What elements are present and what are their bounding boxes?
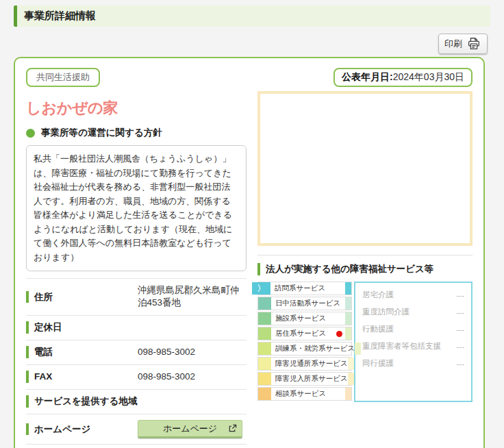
category-color-block (258, 358, 271, 370)
separator (257, 255, 473, 256)
publish-date-box: 公表年月日:2024年03月30日 (333, 68, 473, 87)
service-category-list: 〉訪問系サービス日中活動系サービス施設系サービス居住系サービス訓練系・就労系サー… (257, 282, 352, 402)
info-row-0: 住所沖縄県島尻郡久米島町仲泊453番地 (26, 278, 247, 314)
service-detail-name: 重度障害者等包括支援 (362, 341, 441, 351)
category-right-strip (345, 312, 351, 325)
service-category-tab-1[interactable]: 日中活動系サービス (257, 297, 352, 310)
service-detail-row-0: 居宅介護--- (362, 286, 464, 303)
category-color-block (258, 343, 271, 355)
service-type-badge: 共同生活援助 (26, 68, 100, 87)
homepage-link-button[interactable]: ホームページ (138, 420, 242, 439)
facility-name: しおかぜの家 (26, 98, 247, 119)
category-label: 訓練系・就労系サービス (271, 343, 355, 355)
service-detail-row-2: 行動援護--- (362, 321, 464, 338)
service-category-tab-3[interactable]: 居住系サービス (257, 327, 352, 340)
info-row-value: 沖縄県島尻郡久米島町仲泊453番地 (138, 284, 247, 309)
category-right-strip (345, 327, 351, 340)
other-services-area: 〉訪問系サービス日中活動系サービス施設系サービス居住系サービス訓練系・就労系サー… (257, 282, 473, 402)
service-category-tab-7[interactable]: 相談系サービス (257, 387, 352, 401)
policy-heading: 事業所等の運営に関する方針 (26, 127, 247, 139)
bullet-dot-icon (26, 129, 35, 138)
service-detail-value: --- (457, 291, 465, 299)
policy-text: 私共「一般社団法人潮風舎（ちょうふうしゃ）」は、障害医療・福祉の現場にて勤務を行… (26, 145, 247, 271)
facility-info-table: 住所沖縄県島尻郡久米島町仲泊453番地定休日電話098-985-3002FAX0… (26, 278, 247, 448)
external-link-icon (228, 424, 237, 433)
category-label: 障害児入所系サービス (271, 373, 348, 385)
service-category-tab-4[interactable]: 訓練系・就労系サービス (257, 342, 352, 356)
category-right-strip (345, 388, 351, 400)
info-row-1: 定休日 (26, 315, 247, 340)
info-row-label: ホームページ (26, 423, 138, 436)
service-category-tab-6[interactable]: 障害児入所系サービス (257, 372, 352, 386)
category-right-strip (348, 373, 354, 385)
service-detail-panel: 居宅介護---重度訪問介護---行動援護---重度障害者等包括支援---同行援護… (354, 282, 473, 402)
left-column: しおかぜの家 事業所等の運営に関する方針 私共「一般社団法人潮風舎（ちょうふうし… (26, 91, 247, 448)
service-detail-row-1: 重度訪問介護--- (362, 303, 464, 321)
info-row-2: 電話098-985-3002 (26, 340, 247, 364)
info-row-5: ホームページホームページ (26, 414, 247, 445)
service-detail-name: 行動援護 (362, 324, 394, 334)
info-row-label: サービスを提供する地域 (26, 395, 138, 408)
page-title: 事業所詳細情報 (14, 5, 490, 27)
category-right-strip (345, 282, 351, 295)
service-detail-value: --- (457, 325, 465, 334)
info-row-label: 電話 (26, 346, 138, 358)
printer-icon (466, 36, 481, 51)
category-right-strip (348, 358, 354, 370)
category-color-block (258, 373, 271, 385)
print-button-label: 印刷 (444, 38, 462, 50)
print-button[interactable]: 印刷 (438, 34, 488, 54)
category-color-block (258, 312, 271, 325)
category-label: 訪問系サービス (270, 282, 345, 295)
service-category-tab-5[interactable]: 障害児通所系サービス (257, 357, 352, 371)
category-color-block (258, 327, 271, 340)
category-label: 日中活動系サービス (271, 297, 345, 310)
info-row-value: 098-985-3002 (138, 346, 247, 358)
service-detail-row-4: 同行援護--- (362, 355, 464, 372)
right-column: 法人が実施する他の障害福祉サービス等 〉訪問系サービス日中活動系サービス施設系サ… (257, 91, 473, 448)
info-row-label: 住所 (26, 291, 138, 303)
other-services-heading-text: 法人が実施する他の障害福祉サービス等 (266, 264, 433, 274)
info-row-value: ホームページ (138, 420, 247, 439)
service-category-tab-2[interactable]: 施設系サービス (257, 312, 352, 325)
selected-chevron-icon: 〉 (252, 282, 270, 295)
category-right-strip (345, 297, 351, 310)
info-row-label: 定休日 (26, 321, 138, 334)
service-detail-value: --- (457, 343, 465, 351)
service-detail-name: 同行援護 (362, 358, 394, 369)
other-services-heading: 法人が実施する他の障害福祉サービス等 (257, 263, 473, 275)
publish-date-label: 公表年月日: (342, 71, 393, 82)
publish-date-value: 2024年03月30日 (393, 71, 464, 82)
page-title-text: 事業所詳細情報 (24, 10, 96, 21)
category-label: 施設系サービス (271, 312, 345, 325)
service-detail-value: --- (457, 308, 465, 316)
service-category-tab-0[interactable]: 〉訪問系サービス (257, 282, 352, 295)
category-label: 障害児通所系サービス (271, 358, 348, 370)
service-detail-value: --- (457, 360, 465, 368)
offered-indicator-dot (336, 331, 342, 337)
facility-detail-panel: 共同生活援助 公表年月日:2024年03月30日 しおかぜの家 事業所等の運営に… (14, 57, 485, 448)
info-row-4: サービスを提供する地域 (26, 389, 247, 414)
info-row-3: FAX098-985-3002 (26, 364, 247, 389)
info-row-6: 自治体名沖縄県 (26, 444, 247, 448)
service-detail-name: 重度訪問介護 (362, 307, 410, 317)
panel-top-row: 共同生活援助 公表年月日:2024年03月30日 (26, 68, 473, 87)
map-placeholder (257, 91, 473, 246)
info-row-label: FAX (26, 371, 138, 383)
info-row-value: 098-985-3002 (138, 371, 247, 383)
category-color-block (258, 297, 271, 310)
category-label: 居住系サービス (271, 327, 336, 340)
category-color-block (258, 388, 271, 400)
service-detail-name: 居宅介護 (362, 290, 394, 300)
print-toolbar: 印刷 (0, 34, 488, 54)
category-label: 相談系サービス (271, 388, 345, 400)
category-right-strip (355, 343, 361, 355)
service-detail-row-3: 重度障害者等包括支援--- (362, 338, 464, 355)
policy-heading-text: 事業所等の運営に関する方針 (41, 127, 162, 139)
